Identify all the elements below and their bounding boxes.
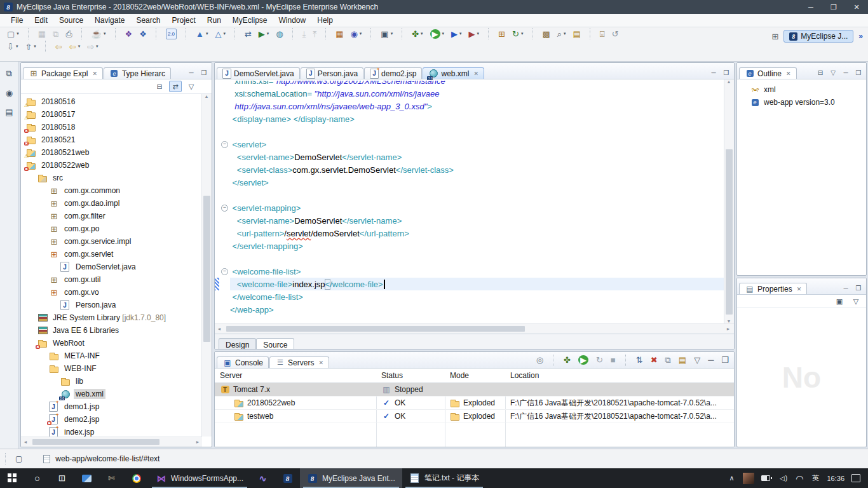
view-tab[interactable]: Outline ✕ [739,67,797,79]
restart-server-icon[interactable]: ↻ [594,354,605,366]
view-menu-icon[interactable]: ▽ [692,354,702,366]
run-last-launched-icon[interactable]: ▶ ▾ [449,28,464,40]
taskbar-button[interactable] [25,468,50,488]
server-row[interactable]: Tomcat 7.x Stopped [215,383,734,396]
scrollbar-thumb[interactable] [226,326,525,332]
web-service-icon[interactable]: ◉ ▾ [348,28,363,40]
stop-server-icon[interactable]: ■ [609,354,618,366]
profile-icon[interactable]: ▶ ▾ [467,28,482,40]
collapse-all-icon[interactable]: ⊟ [816,69,825,76]
tree-item[interactable]: JRE System Library [jdk1.7.0_80] [21,311,212,324]
view-tab[interactable]: Package Expl ✕ [23,67,103,79]
tree-item[interactable]: demo2.jsp [21,413,212,426]
editor-tab[interactable]: Person.java [301,67,363,79]
taskbar-button[interactable] [99,468,124,488]
publish-icon[interactable]: ⇅ [634,354,645,366]
remove-icon[interactable]: ✖ [649,354,660,366]
close-button[interactable]: ✕ [845,0,868,14]
tree-item[interactable]: 20180518 [21,121,212,133]
menu-item[interactable]: Run [201,15,227,26]
previous-annotation-icon[interactable]: ⇧ ▾ [23,41,37,53]
collapse-fold-icon[interactable]: − [221,205,228,212]
tree-item[interactable]: DemoServlet.java [21,261,212,273]
action-center-icon[interactable] [851,473,860,484]
link-with-editor-icon[interactable]: ⇄ [169,81,182,92]
tree-item[interactable]: Person.java [21,299,212,311]
close-tab-icon[interactable]: ✕ [473,71,478,77]
taskbar-button[interactable] [250,468,275,488]
minimize-view-button[interactable]: ─ [841,285,850,292]
wifi-icon[interactable] [795,473,804,484]
new-class-icon[interactable]: ▲ ▾ [194,28,210,40]
taskbar-button[interactable]: 笔记.txt - 记事本 [402,468,487,488]
speaker-icon[interactable] [779,473,788,484]
tree-item[interactable]: com.gx.filter [21,210,212,222]
scrollbar-thumb[interactable] [726,149,733,315]
search-icon[interactable]: ⌕ ▾ [555,28,568,40]
synchronize-icon[interactable]: ↻ ▾ [510,28,525,40]
taskbar-button[interactable]: WindowsFormsApp... [149,468,250,488]
tray-text[interactable]: 英 [811,473,820,484]
run-server-icon[interactable]: ▶ ▾ [257,28,271,40]
fast-view-icon[interactable]: ▢ [15,454,22,463]
view-tab[interactable]: Servers ✕ [269,356,329,368]
xml-source-editor[interactable]: xmlns:xsi="http://www.w3.org/2001/XMLSch… [215,79,734,323]
collapse-all-icon[interactable]: ⊟ [153,81,166,92]
tray-chevron-icon[interactable] [727,473,736,484]
editor-mode-tab[interactable]: Design [219,338,256,349]
editor-tab[interactable]: demo2.jsp [364,67,422,79]
maximize-icon[interactable]: ❒ [719,354,731,366]
tree-item[interactable]: com.gx.vo [21,286,212,299]
menu-item[interactable]: Navigate [89,15,130,26]
open-catalog-icon[interactable]: ▩ [540,28,552,40]
close-tab-icon[interactable]: ✕ [92,71,97,77]
myeclipse-explorer-icon[interactable]: ◉ [4,87,15,98]
tree-item[interactable]: com.gx.servlet [21,248,212,261]
server-row[interactable]: 20180522web OK Exploded F:\广信16 Java基础开发… [215,396,734,410]
back-icon[interactable]: ⇦ ▾ [67,41,82,53]
tree-item[interactable]: com.gx.common [21,184,212,197]
maximize-view-button[interactable]: ❒ [200,69,208,76]
taskbar-button[interactable] [0,468,25,488]
tree-item[interactable]: 20180517 [21,108,212,121]
forward-icon[interactable]: ⇨ ▾ [85,41,100,53]
editor-mode-tab[interactable]: Source [256,338,294,349]
profile-server-icon[interactable]: ◎ [534,354,545,366]
minimize-button[interactable]: ─ [799,0,822,14]
edit-properties-icon[interactable]: ▣ [833,295,846,307]
server-row[interactable]: testweb OK Exploded F:\广信16 Java基础开发\201… [215,410,734,423]
scrollbar-thumb[interactable] [32,439,159,445]
export-icon[interactable]: ⤒ [311,28,318,40]
maximize-editor-button[interactable]: ❒ [722,69,731,76]
close-tab-icon[interactable]: ✕ [797,286,802,292]
tree-item[interactable]: com.gx.dao.impl [21,197,212,210]
convert-project-icon[interactable]: ⌻ [598,28,607,40]
open-perspective-icon[interactable]: ⊞ [771,32,778,41]
menu-item[interactable]: Search [130,15,166,26]
tree-item[interactable]: src [21,172,212,184]
tree-item[interactable]: 20180521web [21,146,212,159]
new-database-icon[interactable]: ☕ ▾ [90,28,108,40]
scroll-down-arrow-icon[interactable]: ▼ [724,319,733,323]
print-icon[interactable]: ⎙ [64,28,74,40]
tree-horizontal-scrollbar[interactable]: ◄ ► [21,437,202,447]
tree-item[interactable]: WebRoot [21,337,212,349]
tree-item[interactable]: META-INF [21,349,212,362]
new-servlet-icon[interactable]: △ ▾ [213,28,227,40]
menu-item[interactable]: File [5,15,29,26]
new-ear-module-icon[interactable]: ❖ [123,28,135,40]
tree-vertical-scrollbar[interactable]: ▲ [201,94,212,437]
menu-item[interactable]: Window [273,15,312,26]
save-icon[interactable]: ▦ [36,28,48,40]
minimize-editor-button[interactable]: ─ [709,69,718,76]
tree-item[interactable]: Java EE 6 Libraries [21,324,212,337]
tree-item[interactable]: 20180521 [21,133,212,146]
column-header[interactable]: Location [505,371,734,380]
editor-tab[interactable]: DemoServlet.java [217,67,300,79]
taskbar-button[interactable] [74,468,99,488]
scroll-left-arrow-icon[interactable]: ◄ [215,327,224,331]
taskbar-button[interactable] [275,468,300,488]
import-icon[interactable]: ⤓ [301,28,308,40]
debug-server-icon[interactable]: ✤ [562,354,573,366]
maximize-view-button[interactable]: ❒ [854,69,863,76]
